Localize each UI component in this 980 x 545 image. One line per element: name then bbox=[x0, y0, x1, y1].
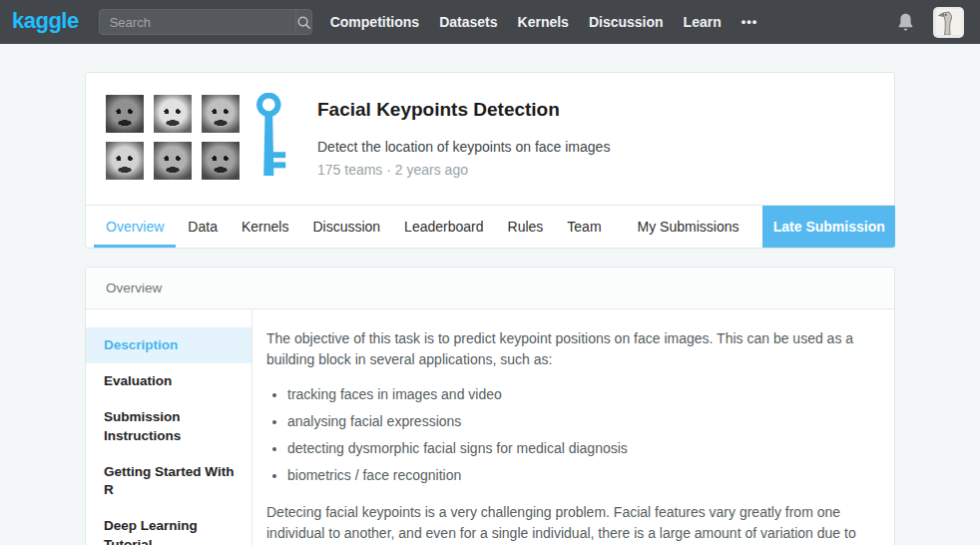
sidebar-item-description[interactable]: Description bbox=[86, 327, 251, 363]
competition-header: Facial Keypoints Detection Detect the lo… bbox=[86, 73, 894, 205]
search-box[interactable] bbox=[99, 9, 312, 35]
overview-card: Overview Description Evaluation Submissi… bbox=[85, 267, 895, 545]
face-thumbnail bbox=[202, 142, 240, 180]
face-thumbnail bbox=[154, 95, 192, 133]
tab-leaderboard[interactable]: Leaderboard bbox=[392, 206, 495, 248]
competition-meta: 175 teams · 2 years ago bbox=[317, 162, 610, 178]
competition-logo bbox=[106, 95, 289, 185]
nav-item-datasets[interactable]: Datasets bbox=[429, 0, 507, 44]
late-submission-button[interactable]: Late Submission bbox=[762, 206, 895, 248]
search-icon bbox=[296, 15, 311, 30]
list-item: detecting dysmorphic facial signs for me… bbox=[287, 438, 869, 459]
description-paragraph-2: Detecing facial keypoints is a very chal… bbox=[266, 502, 869, 545]
overview-sidebar: Description Evaluation Submission Instru… bbox=[86, 309, 252, 545]
applications-list: tracking faces in images and video analy… bbox=[266, 384, 869, 486]
face-thumbnail bbox=[154, 142, 192, 180]
competition-text-block: Facial Keypoints Detection Detect the lo… bbox=[317, 95, 610, 185]
face-thumbnail bbox=[106, 95, 144, 133]
nav-item-competitions[interactable]: Competitions bbox=[320, 0, 429, 44]
overview-section-header: Overview bbox=[86, 268, 894, 309]
nav-item-learn[interactable]: Learn bbox=[674, 0, 732, 44]
search-input[interactable] bbox=[100, 15, 295, 30]
sidebar-item-getting-started-with-r[interactable]: Getting Started With R bbox=[86, 454, 251, 508]
nav-item-kernels[interactable]: Kernels bbox=[508, 0, 579, 44]
page-content: Facial Keypoints Detection Detect the lo… bbox=[85, 72, 895, 545]
sidebar-item-evaluation[interactable]: Evaluation bbox=[86, 363, 251, 399]
nav-more-menu[interactable]: ••• bbox=[732, 0, 768, 44]
faces-grid-image bbox=[106, 95, 240, 180]
description-paragraph-1: The objective of this task is to predict… bbox=[266, 328, 869, 370]
competition-title: Facial Keypoints Detection bbox=[317, 99, 610, 121]
list-item: biometrics / face recognition bbox=[287, 465, 869, 486]
competition-tabbar: Overview Data Kernels Discussion Leaderb… bbox=[86, 205, 894, 248]
tab-overview[interactable]: Overview bbox=[94, 206, 176, 248]
list-item: tracking faces in images and video bbox=[287, 384, 869, 405]
tab-my-submissions[interactable]: My Submissions bbox=[614, 206, 763, 248]
description-content: The objective of this task is to predict… bbox=[252, 309, 894, 545]
search-button[interactable] bbox=[295, 10, 311, 34]
nav-item-discussion[interactable]: Discussion bbox=[579, 0, 674, 44]
key-icon bbox=[251, 93, 289, 185]
face-thumbnail bbox=[106, 142, 144, 180]
user-avatar[interactable] bbox=[933, 7, 964, 38]
tab-team[interactable]: Team bbox=[555, 206, 613, 248]
sidebar-item-submission-instructions[interactable]: Submission Instructions bbox=[86, 399, 251, 453]
sidebar-item-deep-learning-tutorial[interactable]: Deep Learning Tutorial bbox=[86, 508, 251, 545]
top-navigation: kaggle Competitions Datasets Kernels Dis… bbox=[0, 0, 980, 44]
competition-subtitle: Detect the location of keypoints on face… bbox=[317, 139, 610, 155]
tab-data[interactable]: Data bbox=[176, 206, 230, 248]
nav-right-cluster bbox=[896, 7, 970, 38]
tab-rules[interactable]: Rules bbox=[496, 206, 556, 248]
face-thumbnail bbox=[202, 95, 240, 133]
goose-avatar-icon bbox=[936, 9, 962, 35]
nav-links: Competitions Datasets Kernels Discussion… bbox=[320, 0, 768, 44]
competition-card: Facial Keypoints Detection Detect the lo… bbox=[85, 72, 895, 249]
overview-body: Description Evaluation Submission Instru… bbox=[86, 309, 894, 545]
tab-kernels[interactable]: Kernels bbox=[230, 206, 300, 248]
kaggle-logo[interactable]: kaggle bbox=[12, 8, 79, 34]
list-item: analysing facial expressions bbox=[287, 411, 869, 432]
tab-discussion[interactable]: Discussion bbox=[300, 206, 392, 248]
bell-icon[interactable] bbox=[896, 12, 915, 32]
